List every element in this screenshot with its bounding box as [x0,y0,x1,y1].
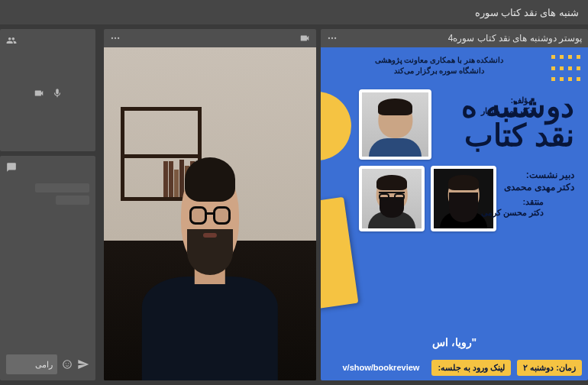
poster-photo-grid [359,89,473,231]
presenter-column [99,24,321,385]
camera-icon [299,33,310,44]
attendees-icon [6,35,17,46]
presenter-video-pod [104,29,316,380]
link-value: v/show/bookreview [337,360,426,376]
meeting-title-bar: شنبه های نقد کتاب سوره [0,0,588,24]
decorative-dots [550,55,580,86]
chat-message [35,183,89,192]
pod-options-icon[interactable] [327,33,338,44]
svg-point-6 [328,37,330,39]
chat-pod: رامی [0,156,95,380]
author-label: مؤلف: دکتر امیر مازیار [481,95,533,117]
share-column: پوستر دوشنبه های نقد کتاب سوره4 دانشکده … [321,24,588,385]
book-cover [321,197,358,310]
shared-poster: دانشکده هنر با همکاری معاونت پژوهشی دانش… [321,47,588,380]
chat-placeholder: رامی [35,360,53,370]
chat-input-row: رامی [6,354,89,374]
emoji-icon[interactable] [62,359,73,370]
side-column: رامی [0,24,99,385]
chat-message [56,196,89,205]
svg-point-8 [334,37,336,39]
poster-footer: زمان: دوشنبه ۲ لینک ورود به جلسه: v/show… [327,360,582,376]
chat-input[interactable]: رامی [6,354,57,374]
svg-point-2 [68,363,69,364]
link-label: لینک ورود به جلسه: [431,360,511,376]
share-pod: پوستر دوشنبه های نقد کتاب سوره4 دانشکده … [321,29,588,380]
author-photo [359,89,431,160]
mic-icon[interactable] [52,88,63,99]
svg-point-5 [118,37,119,39]
send-icon[interactable] [77,358,89,370]
time-label: زمان: دوشنبه ۲ [517,360,582,376]
chat-icon [6,162,17,173]
poster-organizer: دانشکده هنر با همکاری معاونت پژوهشی دانش… [328,55,550,76]
svg-point-0 [63,361,72,369]
svg-point-1 [66,363,66,364]
chat-messages [6,180,89,354]
presenter-webcam [104,47,316,380]
pod-options-icon[interactable] [110,33,121,44]
poster-subtitle: "رویا، اس [328,336,580,348]
share-title: پوستر دوشنبه های نقد کتاب سوره4 [448,33,582,44]
meeting-title: شنبه های نقد کتاب سوره [475,7,579,18]
share-pod-bar: پوستر دوشنبه های نقد کتاب سوره4 [321,29,588,47]
svg-point-7 [331,37,333,39]
attendee-video-pod [0,29,95,151]
moderator-label: دبیر نشست: دکتر مهدی محمدی [504,170,574,193]
critic-label: منتقد: دکتر محسن کرمی [481,196,544,218]
camera-icon[interactable] [34,88,44,99]
svg-point-4 [115,37,116,39]
attendee-pod-header [6,35,89,46]
chat-pod-header [6,162,89,173]
self-media-controls [6,88,89,99]
presenter-pod-bar [104,29,316,47]
svg-point-3 [111,37,113,39]
main-layout: رامی [0,24,588,385]
critic-photo [359,166,425,231]
